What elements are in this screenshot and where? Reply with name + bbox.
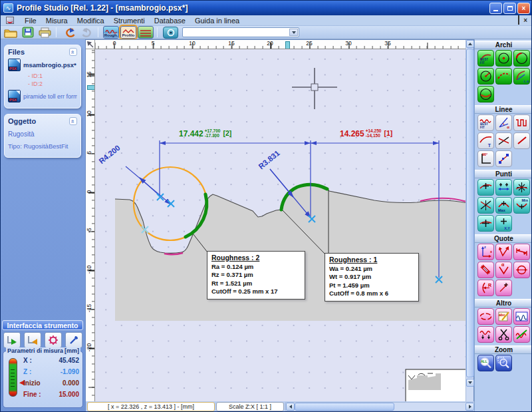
wrench-button[interactable] <box>65 332 82 348</box>
dim-distance-button[interactable] <box>477 262 494 278</box>
point-max-button[interactable]: Max <box>495 197 512 214</box>
restore-icon <box>507 6 513 11</box>
line-segment-button[interactable] <box>513 132 530 149</box>
measure-start-button[interactable] <box>3 332 21 348</box>
dim-radius-button[interactable]: R <box>477 280 494 296</box>
line-angle-button[interactable]: α <box>495 114 512 131</box>
minimize-button[interactable] <box>489 3 502 14</box>
zoom-all-button[interactable]: ALL <box>477 355 494 371</box>
child-close-button[interactable]: × <box>523 17 527 24</box>
horizontal-scroll-thumb[interactable] <box>295 403 394 411</box>
profile-view-button[interactable]: Profilo <box>120 26 136 39</box>
point-on-curve-button[interactable] <box>477 179 494 196</box>
restore-button[interactable] <box>503 3 516 14</box>
vertical-scrollbar[interactable] <box>466 40 473 401</box>
note-tool-button[interactable]: abc <box>495 308 512 325</box>
profile-select-combobox[interactable] <box>182 27 299 37</box>
line-tangent-button[interactable]: T <box>477 132 494 149</box>
combo-dropdown-button[interactable] <box>289 29 298 36</box>
dim-point-button[interactable] <box>495 280 512 296</box>
dim-alpha-button[interactable]: α <box>495 262 512 278</box>
scroll-down-button[interactable] <box>466 379 474 387</box>
point-min-button[interactable]: Min <box>513 197 530 214</box>
file-name: msambrogio.psx* <box>23 61 76 69</box>
scroll-up-button[interactable] <box>466 40 474 48</box>
cut-tool-button[interactable] <box>495 326 512 343</box>
file-name: piramide toll err form.. <box>23 93 77 100</box>
file-item-piramide[interactable]: PSX piramide toll err form.. <box>8 90 77 103</box>
line-grooves-button[interactable] <box>513 114 530 131</box>
zoom-area-button[interactable] <box>495 355 512 371</box>
line-bestfit-button[interactable]: BEST FIT <box>477 114 494 131</box>
scroll-right-button[interactable] <box>466 403 474 411</box>
point-distance-button[interactable] <box>495 179 512 196</box>
fine-value: 15.000 <box>59 391 79 398</box>
section-zoom: Zoom <box>475 345 532 354</box>
child-restore-button[interactable] <box>518 17 519 24</box>
ruler-corner[interactable] <box>86 40 95 49</box>
line-two-points-button[interactable] <box>495 150 512 167</box>
section-linee: Linee <box>475 105 532 114</box>
roughness-view-button[interactable]: Rough. <box>103 26 119 39</box>
point-single-button[interactable] <box>513 179 530 196</box>
hruler-label: 20 <box>265 40 275 47</box>
arc-circle-button[interactable] <box>513 50 530 67</box>
nw-arrow-icon <box>86 40 95 49</box>
undo-button[interactable] <box>62 27 77 39</box>
scroll-left-button[interactable] <box>286 403 295 411</box>
arc-half-button[interactable] <box>477 86 494 103</box>
measure-return-button[interactable] <box>24 332 41 348</box>
file-tree-id1[interactable]: - ID:1 <box>28 73 77 79</box>
corner-green-arrow-icon <box>6 335 18 345</box>
snapshot-button[interactable] <box>163 27 178 39</box>
menu-database[interactable]: Database <box>150 16 190 25</box>
arc-points-button[interactable] <box>495 68 512 85</box>
arc-bestfit-button[interactable]: BEST FIT <box>477 50 494 67</box>
ellipse-tool-button[interactable] <box>477 308 494 325</box>
report-view-button[interactable] <box>138 26 154 39</box>
profile-view-label: Profilo <box>121 33 136 38</box>
title-bar: ∿ Profile Studio [Rel. 1.22] - [msambrog… <box>1 1 532 15</box>
vruler-label: -10 <box>86 264 92 276</box>
wave-markers-button[interactable] <box>477 326 494 343</box>
files-collapse-button[interactable]: » <box>69 48 77 56</box>
roughness-box-1[interactable]: Roughness : 1 Wa = 0.241 µm Wt = 0.917 µ… <box>325 253 419 302</box>
profile-canvas[interactable]: 17.442 +17.700-17.300 [2] 14.265 +14.250… <box>95 49 467 401</box>
line-intersect-button[interactable] <box>495 132 512 149</box>
dim-diameter-button[interactable] <box>513 262 530 278</box>
horizontal-scrollbar[interactable] <box>285 402 475 411</box>
point-xy-button[interactable]: X,Y <box>495 215 512 232</box>
arc-radius-button[interactable] <box>477 68 494 85</box>
file-tree-id2[interactable]: - ID:2 <box>28 81 77 87</box>
menu-guida[interactable]: Guida in linea <box>190 16 244 25</box>
menu-modifica[interactable]: Modifica <box>72 16 109 25</box>
roughness-box-2[interactable]: Roughness : 2 Ra = 0.124 µm Rz = 0.371 µ… <box>207 251 305 300</box>
point-intersection-button[interactable] <box>477 197 494 214</box>
file-item-msambrogio[interactable]: PSX msambrogio.psx* <box>8 59 77 71</box>
menu-misura[interactable]: Misura <box>41 16 72 25</box>
dim-axes-button[interactable]: z x <box>477 244 494 260</box>
menu-file[interactable]: File <box>20 16 41 25</box>
save-button[interactable] <box>20 27 35 39</box>
dim-horizontal-button[interactable] <box>513 244 530 260</box>
crosshair-center <box>311 84 318 91</box>
print-button[interactable] <box>37 27 53 39</box>
arc-center-button[interactable] <box>495 50 512 67</box>
tool-settings-button[interactable] <box>45 332 62 348</box>
dim-angle-button[interactable] <box>495 244 512 260</box>
crosshair-cursor <box>292 68 337 109</box>
vruler-label: -20 <box>86 341 92 353</box>
cursor-x-marker <box>285 41 290 49</box>
point-on-profile-button[interactable] <box>477 215 494 232</box>
menu-strumenti[interactable]: Strumenti <box>109 16 150 25</box>
close-button[interactable]: × <box>517 3 530 14</box>
vertical-scroll-thumb[interactable] <box>466 49 474 377</box>
profile-line-button[interactable] <box>513 326 530 343</box>
line-perpendicular-button[interactable]: 90° <box>477 150 494 167</box>
redo-button[interactable] <box>79 27 94 39</box>
profile-graph-button[interactable] <box>513 308 530 325</box>
oggetto-collapse-button[interactable]: » <box>69 117 77 125</box>
arc-r-alpha-button[interactable]: r, α <box>513 68 530 85</box>
files-panel: Files » PSX msambrogio.psx* - ID:1 - ID:… <box>4 45 81 108</box>
open-button[interactable] <box>3 27 18 39</box>
